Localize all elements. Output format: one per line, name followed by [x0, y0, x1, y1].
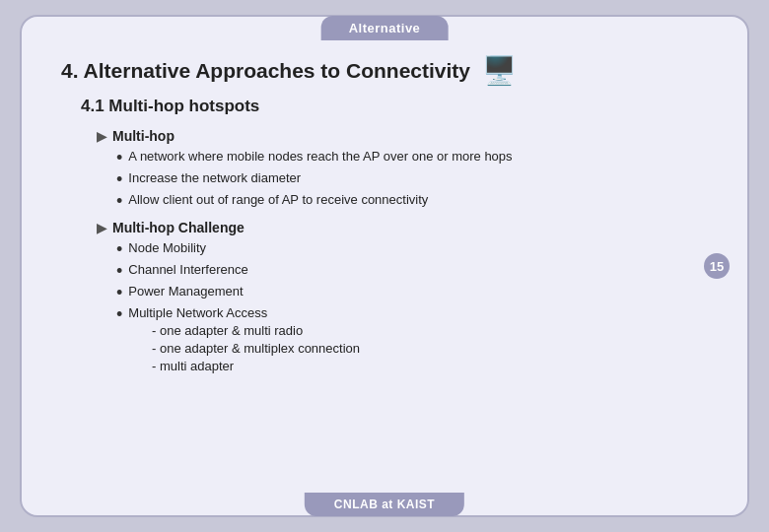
challenge-level1: ▶ Multi-hop Challenge • Node Mobility • … [97, 220, 708, 373]
dot-c0: • [116, 240, 122, 258]
challenge-label: ▶ Multi-hop Challenge [97, 220, 708, 235]
page-number: 15 [704, 253, 730, 279]
computer-icon: 🖥️ [482, 54, 517, 87]
sub-bullet-1: - one adapter & multiplex connection [152, 341, 708, 356]
sub-bullet-2: - multi adapter [152, 359, 708, 373]
challenge-bullet-2: • Power Management [116, 284, 708, 301]
dot-3: • [116, 192, 122, 210]
dot-1: • [116, 149, 122, 166]
arrow-icon-1: ▶ [97, 129, 106, 144]
multihop-bullet-3: • Allow client out of range of AP to rec… [116, 192, 708, 210]
arrow-icon-2: ▶ [97, 221, 106, 235]
sub-bullet-0: - one adapter & multi radio [152, 323, 708, 338]
slide-title-text: 4. Alternative Approaches to Connectivit… [61, 59, 470, 83]
dot-c1: • [116, 262, 122, 280]
slide-content: 4. Alternative Approaches to Connectivit… [22, 17, 747, 413]
tab-label: Alternative [321, 16, 449, 40]
dot-2: • [116, 170, 122, 188]
slide-container: Alternative 4. Alternative Approaches to… [20, 15, 749, 517]
dot-c2: • [116, 284, 122, 301]
multihop-level1: ▶ Multi-hop • A network where mobile nod… [97, 128, 708, 210]
multihop-block: ▶ Multi-hop • A network where mobile nod… [61, 128, 708, 210]
section-title: 4.1 Multi-hop hotspots [81, 97, 708, 116]
multihop-bullet-2: • Increase the network diameter [116, 170, 708, 188]
slide-title: 4. Alternative Approaches to Connectivit… [61, 54, 708, 87]
multihop-challenge-block: ▶ Multi-hop Challenge • Node Mobility • … [61, 220, 708, 373]
multihop-label: ▶ Multi-hop [97, 128, 708, 144]
footer-label: CNLAB at KAIST [305, 493, 464, 516]
challenge-bullet-0: • Node Mobility [116, 240, 708, 258]
challenge-bullet-3: • Multiple Network Access - one adapter … [116, 305, 708, 373]
multihop-bullet-1: • A network where mobile nodes reach the… [116, 149, 708, 166]
dot-c3: • [116, 305, 122, 323]
challenge-bullet-1: • Channel Interference [116, 262, 708, 280]
